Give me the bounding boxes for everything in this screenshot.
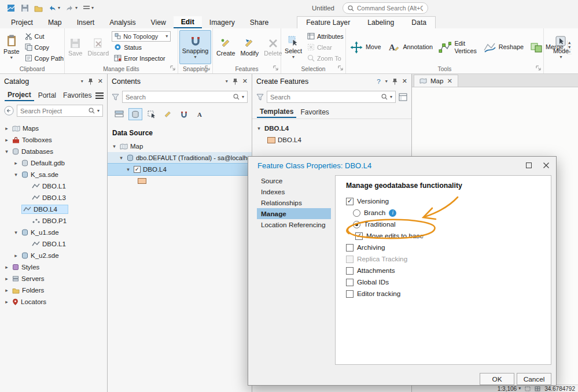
option-global-ids[interactable]: Global IDs xyxy=(346,276,551,288)
app-icon[interactable] xyxy=(5,2,17,14)
tree-item-k-sa-sde[interactable]: ▾K_sa.sde xyxy=(0,169,107,180)
copy-path-button[interactable]: Copy Path xyxy=(23,53,66,64)
tab-imagery[interactable]: Imagery xyxy=(202,16,242,28)
contents-item-symbol[interactable] xyxy=(108,175,252,187)
contents-item-version-connection[interactable]: ▾dbo.DEFAULT (Traditional) - sa@localhos… xyxy=(108,152,252,164)
tree-item-toolboxes[interactable]: ▸Toolboxes xyxy=(0,134,107,146)
undo-button[interactable]: ▾ xyxy=(46,2,62,14)
archiving-checkbox[interactable] xyxy=(346,244,354,252)
tab-map[interactable]: Map xyxy=(41,16,69,28)
option-archiving[interactable]: Archiving xyxy=(346,242,551,253)
ok-button[interactable]: OK xyxy=(480,373,514,385)
list-by-drawing-order-icon[interactable] xyxy=(112,108,126,120)
tab-labeling[interactable]: Labeling xyxy=(359,17,403,28)
error-inspector-button[interactable]: Error Inspector xyxy=(112,53,171,64)
manage-templates-icon[interactable] xyxy=(399,93,407,101)
layer-visibility-checkbox[interactable] xyxy=(134,166,141,173)
attributes-button[interactable]: Attributes xyxy=(305,31,346,42)
tool-reshape[interactable]: Reshape xyxy=(480,40,527,55)
tree-item-dbo-l1-u1[interactable]: DBO.L1 xyxy=(0,238,107,250)
create-features-pin-icon[interactable] xyxy=(392,78,397,85)
template-group-dbo-l4[interactable]: ▾DBO.L4 xyxy=(252,123,411,134)
modify-features-button[interactable]: Modify xyxy=(238,30,261,64)
catalog-menu-icon[interactable]: ▾ xyxy=(81,79,83,84)
select-button[interactable]: Select ▾ xyxy=(282,30,304,64)
topology-dropdown[interactable]: No Topology ▾ xyxy=(112,31,171,42)
tool-annotation[interactable]: A Annotation xyxy=(384,40,435,55)
option-editor-tracking[interactable]: Editor tracking xyxy=(346,288,551,299)
option-branch[interactable]: Branchi xyxy=(353,207,551,219)
attachments-checkbox[interactable] xyxy=(346,267,354,275)
tree-item-k-u2-sde[interactable]: ▸K_u2.sde xyxy=(0,250,107,261)
tab-share[interactable]: Share xyxy=(242,16,277,28)
nav-location-referencing[interactable]: Location Referencing xyxy=(257,219,331,230)
tree-item-maps[interactable]: ▸Maps xyxy=(0,123,107,134)
help-icon[interactable]: ? xyxy=(377,78,380,85)
tree-item-k-u1-sde[interactable]: ▾K_u1.sde xyxy=(0,227,107,238)
copy-button[interactable]: Copy xyxy=(23,42,66,53)
tab-project[interactable]: Project xyxy=(3,16,41,28)
traditional-radio[interactable] xyxy=(353,221,360,228)
contents-item-dbo-l4[interactable]: ▾DBO.L4 xyxy=(108,164,252,175)
features-launcher-icon[interactable] xyxy=(273,65,279,71)
tab-view[interactable]: View xyxy=(143,16,174,28)
map-document-tab[interactable]: Map ✕ xyxy=(414,75,458,87)
tab-insert[interactable]: Insert xyxy=(69,16,102,28)
nav-source[interactable]: Source xyxy=(257,175,331,186)
catalog-close-icon[interactable]: ✕ xyxy=(98,77,103,85)
create-features-close-icon[interactable]: ✕ xyxy=(402,77,407,85)
catalog-pin-icon[interactable] xyxy=(88,78,93,85)
template-item-dbo-l4[interactable]: DBO.L4 xyxy=(252,134,411,146)
command-search-input[interactable] xyxy=(357,5,423,12)
list-by-snapping-icon[interactable] xyxy=(177,108,191,120)
tree-item-servers[interactable]: ▸Servers xyxy=(0,273,107,284)
selection-status-icon[interactable] xyxy=(525,386,531,391)
create-features-button[interactable]: Create xyxy=(214,30,237,64)
dialog-maximize-icon[interactable] xyxy=(526,162,532,168)
tree-item-databases[interactable]: ▾Databases xyxy=(0,146,107,157)
tool-move[interactable]: Move xyxy=(347,40,384,55)
layer-symbol-swatch[interactable] xyxy=(138,178,146,184)
tree-item-dbo-l4[interactable]: DBO.L4 xyxy=(0,204,107,215)
global-ids-checkbox[interactable] xyxy=(346,279,354,286)
tab-feature-layer[interactable]: Feature Layer xyxy=(297,17,359,28)
catalog-search-input[interactable] xyxy=(20,108,86,114)
map-tab-close-icon[interactable]: ✕ xyxy=(447,77,452,85)
tab-favorites[interactable]: Favorites xyxy=(297,107,332,117)
branch-radio[interactable] xyxy=(353,209,360,217)
versioning-checkbox[interactable] xyxy=(346,198,354,205)
filter-icon[interactable] xyxy=(112,94,119,101)
catalog-search-caret-icon[interactable]: ▾ xyxy=(97,109,100,113)
move-edits-checkbox[interactable] xyxy=(355,232,363,240)
dialog-title-bar[interactable]: Feature Class Properties: DBO.L4 xyxy=(248,157,556,174)
filter-icon[interactable] xyxy=(256,94,264,101)
manage-edits-launcher-icon[interactable] xyxy=(170,65,176,71)
contents-item-map[interactable]: ▾Map xyxy=(108,140,252,152)
tool-edit-vertices[interactable]: Edit Vertices xyxy=(436,39,479,56)
redo-caret-icon[interactable]: ▾ xyxy=(75,6,78,10)
tree-item-dbo-l1[interactable]: DBO.L1 xyxy=(0,180,107,192)
option-traditional[interactable]: Traditional xyxy=(353,219,551,230)
list-by-data-source-icon[interactable] xyxy=(128,108,142,120)
tree-item-locators[interactable]: ▸Locators xyxy=(0,296,107,308)
save-project-icon[interactable] xyxy=(19,2,31,14)
nav-relationships[interactable]: Relationships xyxy=(257,197,331,208)
zoom-to-button[interactable]: Zoom To xyxy=(305,53,346,64)
catalog-search-box[interactable]: ▾ xyxy=(17,105,103,117)
catalog-hamburger-icon[interactable] xyxy=(95,93,104,99)
map-scale-control[interactable]: 1:3,106▾ xyxy=(498,386,521,392)
add-data-icon[interactable] xyxy=(32,2,45,14)
contents-close-icon[interactable]: ✕ xyxy=(242,77,248,85)
tab-data[interactable]: Data xyxy=(403,17,435,28)
tools-launcher-icon[interactable] xyxy=(536,65,542,71)
create-features-search-box[interactable]: ▾ xyxy=(267,91,396,103)
tab-edit[interactable]: Edit xyxy=(174,16,202,28)
mode-button[interactable]: Mode ▾ xyxy=(551,30,571,64)
list-by-selection-icon[interactable] xyxy=(145,108,159,120)
catalog-tab-favorites[interactable]: Favorites xyxy=(60,90,94,101)
clear-selection-button[interactable]: Clear xyxy=(305,42,346,53)
option-move-edits-to-base[interactable]: Move edits to base xyxy=(355,230,551,242)
grid-status-icon[interactable] xyxy=(535,386,540,391)
cancel-button[interactable]: Cancel xyxy=(517,373,551,385)
snapping-button[interactable]: Snapping ▾ xyxy=(179,30,212,64)
